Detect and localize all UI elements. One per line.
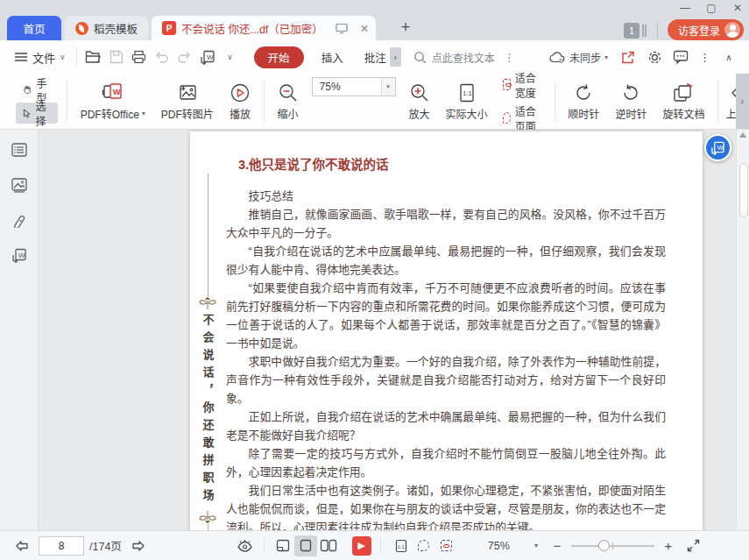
ornament-top-icon: [198, 296, 217, 310]
zoom-level-value: 75%: [313, 81, 381, 93]
select-tool-button[interactable]: 选择: [16, 103, 58, 124]
zoom-slider-track[interactable]: [571, 545, 654, 547]
redo-icon[interactable]: [173, 46, 196, 68]
left-sidebar: W: [0, 130, 39, 530]
rotate-document-label: 旋转文档: [662, 106, 704, 121]
tool-mode-group: 手型 选择: [12, 74, 61, 129]
fit-width-status-icon[interactable]: [435, 535, 458, 556]
scrollbar-thumb[interactable]: [739, 163, 748, 217]
zoom-plus-button[interactable]: +: [661, 538, 675, 553]
fit-page-label: 适合页面: [515, 103, 542, 133]
guest-login-button[interactable]: 访客登录: [668, 19, 744, 40]
fit-width-button[interactable]: 适合宽度: [503, 70, 542, 100]
divider: [76, 48, 77, 66]
signature-pen-icon[interactable]: [8, 209, 31, 231]
tab-home-label: 首页: [23, 20, 45, 37]
more-menu-icon[interactable]: ⋮: [696, 51, 714, 64]
more-tools-chevron-icon[interactable]: ∨: [219, 46, 242, 68]
status-bar: /174页 ▶ 1:1 75% ▾ −: [0, 530, 749, 560]
avatar-icon: [724, 22, 740, 38]
file-menu[interactable]: 文件 ∨: [9, 46, 71, 68]
fit-width-icon: [503, 79, 511, 90]
print-button[interactable]: [128, 46, 151, 68]
tab-document-label: 不会说话 你还...df（已加密）: [181, 20, 323, 37]
close-window-button[interactable]: ✕: [731, 2, 744, 14]
document-viewport[interactable]: 不会说话，你还敢拼职场 3.他只是说了你不敢说的话 技巧总结 推销自己，就像画家…: [39, 130, 749, 530]
actual-size-status-icon[interactable]: 1:1: [390, 535, 413, 556]
share-icon[interactable]: [617, 46, 639, 68]
new-tab-button[interactable]: +: [396, 18, 415, 37]
pdf-to-word-float-icon: W: [710, 141, 725, 155]
tab-comment[interactable]: 批注: [354, 49, 390, 66]
maximize-button[interactable]: ▢: [705, 2, 717, 14]
rotate-counterclockwise-icon: [620, 82, 641, 103]
pdf-page[interactable]: 不会说话，你还敢拼职场 3.他只是说了你不敢说的话 技巧总结 推销自己，就像画家…: [190, 131, 703, 530]
rotate-clockwise-button[interactable]: 顺时针: [560, 74, 607, 129]
prev-page-arrow-icon[interactable]: [11, 535, 33, 556]
eye-protection-icon[interactable]: [234, 535, 257, 556]
fullscreen-play-button[interactable]: ▶: [352, 536, 371, 556]
menubar-right: 未同步 ▾ ⋮ ∧: [549, 46, 740, 68]
fullscreen-icon[interactable]: [682, 535, 705, 556]
actual-size-icon: 1:1: [457, 82, 477, 103]
tab-insert[interactable]: 插入: [311, 49, 354, 66]
actual-size-button[interactable]: 1:1 实际大小: [438, 74, 496, 129]
monitor-icon[interactable]: [336, 23, 348, 34]
vertical-scrollbar[interactable]: [736, 130, 749, 530]
pdf-to-word-floating-button[interactable]: W: [704, 134, 731, 161]
rotate-counterclockwise-label: 逆时针: [615, 106, 647, 121]
fit-page-button[interactable]: 适合页面: [503, 103, 542, 133]
zoom-out-button[interactable]: 缩小: [270, 74, 307, 129]
pdf-to-office-button[interactable]: W PDF转Office▾: [73, 74, 153, 129]
reader-view-icon[interactable]: [272, 535, 294, 556]
two-page-view-icon[interactable]: [317, 535, 340, 556]
minimize-button[interactable]: —: [679, 2, 691, 14]
zoom-minus-button[interactable]: −: [550, 538, 564, 553]
zoom-dropdown-caret-icon[interactable]: ▾: [534, 542, 538, 549]
tab-document[interactable]: P 不会说话 你还...df（已加密） ✕: [152, 16, 376, 40]
play-button[interactable]: 播放: [222, 74, 258, 129]
tab-count-badge[interactable]: 1: [624, 23, 639, 39]
page-number-input[interactable]: [39, 536, 84, 556]
zoom-percent-control[interactable]: 75%: [488, 540, 510, 552]
pdf-to-word-icon[interactable]: W: [196, 46, 219, 68]
zoom-slider-thumb[interactable]: [598, 540, 610, 551]
chevron-down-icon: ∨: [60, 53, 66, 61]
divider: [264, 81, 265, 122]
close-tab-icon[interactable]: ✕: [360, 22, 369, 35]
scroll-up-icon[interactable]: [739, 132, 746, 138]
page-side-decoration: 不会说话，你还敢拼职场: [201, 174, 215, 530]
ornament-bottom-icon: [198, 510, 217, 524]
find-text-button[interactable]: 点此查找文本 ⋮: [413, 50, 519, 65]
next-page-arrow-icon[interactable]: [127, 535, 150, 556]
pdf-to-image-button[interactable]: PDF转图片: [153, 74, 222, 129]
tab-docer[interactable]: 稻壳模板: [65, 16, 148, 40]
zoom-level-select[interactable]: 75% ▾: [312, 77, 396, 96]
rotate-counterclockwise-button[interactable]: 逆时针: [607, 74, 654, 129]
tab-grip-handle[interactable]: [642, 25, 647, 37]
ribbon-more-button[interactable]: ›: [390, 47, 401, 67]
thumbnail-panel-icon[interactable]: [8, 174, 31, 196]
tab-start[interactable]: 开始: [254, 46, 304, 68]
search-options-icon[interactable]: ⋮: [500, 51, 519, 64]
pdf-to-image-icon: [177, 82, 198, 103]
sync-status[interactable]: 未同步 ▾: [549, 50, 608, 65]
pdf-to-word-panel-icon[interactable]: W: [8, 244, 31, 266]
open-file-button[interactable]: [82, 46, 105, 68]
single-page-view-icon[interactable]: [294, 535, 317, 556]
play-circle-icon: [230, 82, 251, 103]
window-controls: — ▢ ✕: [679, 2, 744, 14]
outline-panel-icon[interactable]: [8, 138, 31, 161]
undo-icon[interactable]: [151, 46, 173, 68]
tab-home[interactable]: 首页: [7, 16, 61, 40]
settings-gear-icon[interactable]: [643, 46, 666, 68]
file-menu-label: 文件: [32, 49, 55, 66]
rotate-document-button[interactable]: 旋转文档: [654, 74, 712, 129]
feedback-chat-icon[interactable]: [669, 46, 692, 68]
save-button[interactable]: [105, 46, 128, 68]
zoom-in-button[interactable]: 放大: [401, 74, 438, 129]
collapse-ribbon-icon[interactable]: ∧: [717, 46, 740, 68]
ribbon-expand-strip[interactable]: ›: [736, 74, 749, 129]
divider: [717, 81, 718, 122]
fit-page-status-icon[interactable]: [413, 535, 435, 556]
